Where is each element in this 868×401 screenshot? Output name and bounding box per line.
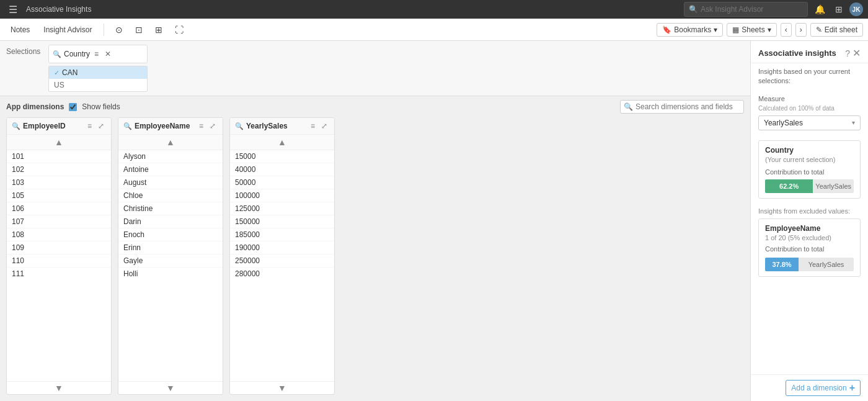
table-row[interactable]: 100000 [230,189,334,202]
table-row[interactable]: 103 [7,176,111,189]
measure-dropdown[interactable]: YearlySales ▾ [758,115,861,130]
table-row[interactable]: Chloe [118,189,223,202]
smart-search-button[interactable]: ⊙ [110,22,128,37]
col-search-icon: 🔍 [12,122,20,130]
sheets-icon: ▦ [732,25,739,34]
employeename-sort-button[interactable]: ≡ [197,121,205,131]
notes-button[interactable]: Notes [5,23,35,37]
employeename-scroll-up[interactable]: ▲ [120,136,221,148]
employeename-footer: ▼ [118,381,223,394]
employeename-column: 🔍 EmployeeName ≡ ⤢ ▲ Alyson Antoine Augu… [118,117,223,395]
insight-advisor-search[interactable] [684,2,808,17]
table-row[interactable]: 150000 [230,215,334,228]
table-row[interactable]: Holli [118,268,223,280]
top-bar: ☰ Associative Insights 🔍 🔔 ⊞ JK [0,0,868,19]
country-insight-card: Country (Your current selection) Contrib… [758,140,861,199]
table-row[interactable]: August [118,176,223,189]
table-row[interactable]: 280000 [230,268,334,280]
table-row[interactable]: Darin [118,215,223,228]
yearlysales-footer: ▼ [230,381,334,394]
table-row[interactable]: 15000 [230,150,334,163]
employeename-list: Alyson Antoine August Chloe Christine Da… [118,150,223,381]
employeeid-sort-button[interactable]: ≡ [86,121,94,131]
yearlysales-expand-button[interactable]: ⤢ [319,121,329,131]
prev-sheet-button[interactable]: ‹ [781,23,792,37]
table-row[interactable]: 101 [7,150,111,163]
insights-header-buttons: ? ✕ [845,47,861,59]
chip-sort-button[interactable]: ≡ [92,49,100,59]
employeeid-scroll-up[interactable]: ▲ [8,136,110,148]
table-row[interactable]: 190000 [230,241,334,255]
insights-subtitle: Insights based on your current selection… [751,63,868,90]
toolbar-right: 🔖 Bookmarks ▾ ▦ Sheets ▾ ‹ › ✎ Edit shee… [657,23,863,37]
table-row[interactable]: 111 [7,268,111,280]
chip-remove-button[interactable]: ✕ [103,49,113,59]
dim-search-input[interactable] [620,100,744,114]
country-card-title: Country [765,146,854,155]
table-row[interactable]: 40000 [230,163,334,176]
fullscreen-button[interactable]: ⛶ [170,22,188,37]
add-dimension-row: Add a dimension + [751,374,868,401]
bookmarks-button[interactable]: 🔖 Bookmarks ▾ [657,23,723,37]
yearlysales-scroll-up[interactable]: ▲ [231,136,333,148]
top-bar-right: 🔍 🔔 ⊞ JK [684,2,863,17]
insights-close-button[interactable]: ✕ [852,47,861,59]
table-row[interactable]: Erinn [118,241,223,255]
toolbar-section-left: Notes Insight Advisor [5,23,97,37]
grid-button[interactable]: ⊞ [832,3,846,16]
table-row[interactable]: 102 [7,163,111,176]
edit-sheet-button[interactable]: ✎ Edit sheet [810,23,863,37]
table-row[interactable]: 50000 [230,176,334,189]
employeename-expand-button[interactable]: ⤢ [208,121,218,131]
table-row[interactable]: Gayle [118,255,223,268]
country-chip[interactable]: 🔍 Country ≡ ✕ [48,45,148,63]
insights-help-button[interactable]: ? [845,47,850,59]
table-row[interactable]: 105 [7,189,111,202]
employeename-scroll-down[interactable]: ▼ [118,382,223,394]
sheets-button[interactable]: ▦ Sheets ▾ [727,23,776,37]
sheets-label: Sheets [742,25,764,34]
country-remaining-label: YearlySales [815,182,851,190]
show-fields-checkbox[interactable] [69,103,77,111]
measure-section: Measure Calculated on 100% of data Yearl… [751,90,868,135]
insights-title: Associative insights [758,48,836,58]
table-row[interactable]: 107 [7,215,111,228]
table-row[interactable]: 108 [7,228,111,241]
app-dimensions-header: App dimensions Show fields 🔍 [0,96,750,117]
next-sheet-button[interactable]: › [795,23,807,37]
dim-columns-area: 🔍 EmployeeID ≡ ⤢ ▲ 101 102 103 105 106 1… [0,117,750,401]
table-row[interactable]: Enoch [118,228,223,241]
bell-button[interactable]: 🔔 [812,3,828,16]
employeeid-expand-button[interactable]: ⤢ [96,121,106,131]
employeeid-scroll-down[interactable]: ▼ [7,382,111,394]
top-bar-left: ☰ Associative Insights [5,2,91,17]
show-fields-label[interactable]: Show fields [82,102,120,111]
expand-button[interactable]: ⊞ [150,22,167,37]
table-row[interactable]: 125000 [230,202,334,215]
table-row[interactable]: 250000 [230,255,334,268]
hamburger-button[interactable]: ☰ [5,2,21,17]
yearlysales-list: 15000 40000 50000 100000 125000 150000 1… [230,150,334,381]
employee-card-title: EmployeeName [765,224,831,233]
selection-value-us[interactable]: US [49,79,147,91]
table-row[interactable]: Christine [118,202,223,215]
table-row[interactable]: 185000 [230,228,334,241]
table-row[interactable]: 110 [7,255,111,268]
country-contribution-label: Contribution to total [759,166,860,177]
employee-grey-segment: YearlySales [799,258,854,271]
lasso-button[interactable]: ⊡ [130,22,148,37]
bookmarks-label: Bookmarks [674,25,711,34]
table-row[interactable]: Antoine [118,163,223,176]
yearlysales-scroll-down[interactable]: ▼ [230,382,334,394]
selection-value-can[interactable]: ✓ CAN [49,66,147,79]
table-row[interactable]: 106 [7,202,111,215]
add-dimension-button[interactable]: Add a dimension + [786,380,861,396]
chip-title: Country [64,50,90,58]
yearlysales-sort-button[interactable]: ≡ [309,121,317,131]
insight-advisor-button[interactable]: Insight Advisor [38,23,97,37]
user-avatar[interactable]: JK [849,2,863,16]
employeename-header: 🔍 EmployeeName ≡ ⤢ [118,118,223,135]
table-row[interactable]: 109 [7,241,111,255]
table-row[interactable]: Alyson [118,150,223,163]
bookmarks-icon: 🔖 [662,25,671,34]
